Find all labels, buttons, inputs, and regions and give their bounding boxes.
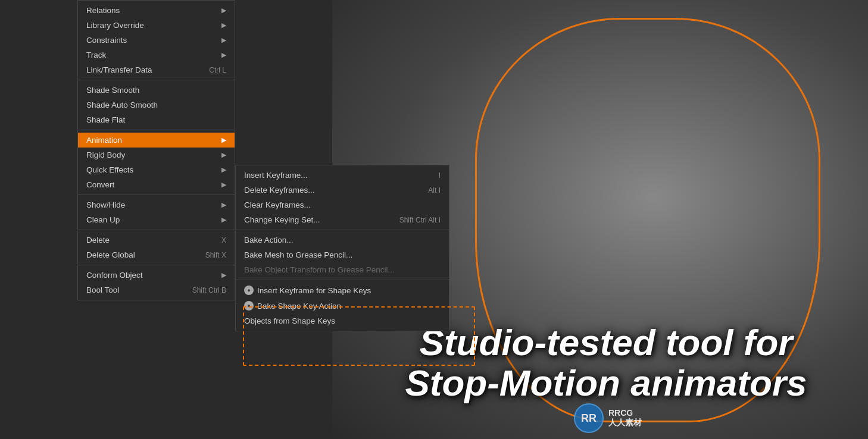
submenu-clear-keyframes[interactable]: Clear Keyframes... [236,197,449,212]
shape-key-icon: ● [244,286,254,295]
submenu-insert-keyframe[interactable]: Insert Keyframe... I [236,168,449,183]
context-menu: Relations ▶ Library Override ▶ Constrain… [77,0,235,300]
watermark-icon: RR [574,403,604,433]
separator [236,230,449,230]
arrow-icon: ▶ [221,136,226,144]
arrow-icon: ▶ [221,216,226,224]
submenu-bake-object-transform: Bake Object Transform to Grease Pencil..… [236,262,449,277]
menu-item-shade-smooth[interactable]: Shade Smooth [78,83,235,98]
submenu-objects-from-shape-keys[interactable]: Objects from Shape Keys [236,313,449,328]
submenu-bake-shape-key-action[interactable]: ● Bake Shape Key Action [236,298,449,313]
separator [78,265,235,265]
submenu-insert-keyframe-shape-keys[interactable]: ● Insert Keyframe for Shape Keys [236,283,449,298]
arrow-icon: ▶ [221,271,226,279]
menu-item-link-transfer[interactable]: Link/Transfer Data Ctrl L [78,62,235,77]
submenu-change-keying-set[interactable]: Change Keying Set... Shift Ctrl Alt I [236,212,449,227]
arrow-icon: ▶ [221,36,226,44]
menu-item-relations[interactable]: Relations ▶ [78,3,235,18]
arrow-icon: ▶ [221,201,226,209]
menu-item-shade-auto-smooth[interactable]: Shade Auto Smooth [78,98,235,112]
arrow-icon: ▶ [221,166,226,174]
overlay-line2: Stop-Motion animators [362,363,850,403]
arrow-icon: ▶ [221,7,226,14]
menu-item-track[interactable]: Track ▶ [78,48,235,62]
menu-item-library-override[interactable]: Library Override ▶ [78,18,235,33]
separator [78,80,235,80]
submenu-delete-keyframes[interactable]: Delete Keyframes... Alt I [236,183,449,197]
arrow-icon: ▶ [221,151,226,159]
menu-item-clean-up[interactable]: Clean Up ▶ [78,212,235,227]
shape-key-icon: ● [244,301,254,311]
menu-item-animation[interactable]: Animation ▶ [78,133,235,148]
watermark: RR RRCG人人素材 [574,403,642,433]
arrow-icon: ▶ [221,51,226,59]
arrow-icon: ▶ [221,181,226,189]
separator [78,230,235,230]
menu-item-conform-object[interactable]: Conform Object ▶ [78,268,235,283]
menu-item-delete[interactable]: Delete X [78,233,235,247]
separator [236,280,449,280]
menu-item-constraints[interactable]: Constraints ▶ [78,33,235,48]
overlay-text: Studio-tested tool for Stop-Motion anima… [362,322,850,403]
menu-item-show-hide[interactable]: Show/Hide ▶ [78,197,235,212]
watermark-label: RRCG人人素材 [608,408,642,428]
menu-item-delete-global[interactable]: Delete Global Shift X [78,247,235,262]
submenu-bake-mesh-grease[interactable]: Bake Mesh to Grease Pencil... [236,247,449,262]
separator [78,130,235,130]
menu-item-bool-tool[interactable]: Bool Tool Shift Ctrl B [78,283,235,297]
arrow-icon: ▶ [221,21,226,29]
animation-submenu: Insert Keyframe... I Delete Keyframes...… [235,165,449,331]
menu-item-convert[interactable]: Convert ▶ [78,177,235,192]
submenu-bake-action[interactable]: Bake Action... [236,233,449,247]
menu-item-shade-flat[interactable]: Shade Flat [78,112,235,127]
menu-item-rigid-body[interactable]: Rigid Body ▶ [78,148,235,162]
separator [78,195,235,195]
menu-item-quick-effects[interactable]: Quick Effects ▶ [78,162,235,177]
